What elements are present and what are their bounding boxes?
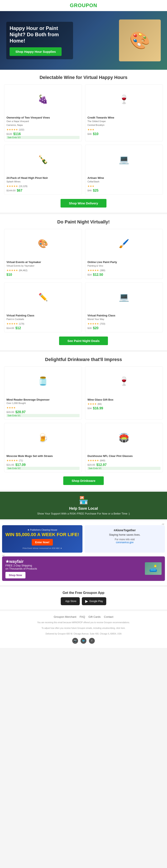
- wine-cta-button[interactable]: Shop Wine Delivery: [60, 199, 107, 208]
- product-loc-wine-1: Carneros, Napa: [6, 124, 80, 126]
- instagram-icon[interactable]: 📷: [72, 638, 78, 644]
- price-orig-drink-2: $34: [87, 407, 92, 410]
- product-image-drink-3: 🍺: [4, 423, 82, 452]
- stars-paint-3: ★★★★★: [6, 322, 18, 325]
- product-image-paint-2: 🖌️: [85, 229, 163, 258]
- price-sale-paint-3: $12: [15, 326, 21, 330]
- reviews-paint-4: (703): [100, 322, 105, 325]
- pch-enter-button[interactable]: Enter Now!: [32, 539, 53, 546]
- app-buttons: App Store ▶ Google Play: [4, 597, 163, 605]
- stars-wine-2: ★★★: [87, 128, 94, 131]
- product-card-drink-2[interactable]: 🍷 Wine Glass Gift Box ★★★★ (66) $34 $16.…: [85, 367, 163, 420]
- reviews-paint-3: (179): [19, 322, 24, 325]
- stars-wine-3: ★★★★★: [6, 185, 18, 188]
- product-image-paint-4: 💻: [85, 282, 163, 312]
- product-card-paint-2[interactable]: 🖌️ Online Live Paint Party Painting & Vi…: [85, 229, 163, 279]
- sale-badge-wine-1: Sale Ends 5/3: [6, 136, 80, 139]
- wayfair-line1: FREE 2-Day Shipping: [5, 564, 142, 567]
- product-name-wine-4: Artisan Wine: [87, 176, 161, 180]
- stars-drink-4: ★★★★★: [87, 459, 99, 462]
- product-name-paint-2: Online Live Paint Party: [87, 260, 161, 264]
- wine-section-title: Delectable Wine for Virtual Happy Hours: [4, 75, 163, 80]
- price-orig-drink-3: $21.95: [6, 463, 14, 466]
- facebook-icon[interactable]: f: [89, 638, 95, 644]
- product-name-paint-3: Virtual Painting Class: [6, 314, 80, 317]
- price-sale-wine-4: $25: [93, 189, 98, 192]
- wayfair-line2: on Thousands of Products: [5, 567, 142, 570]
- price-sale-paint-1: $10: [6, 273, 12, 277]
- product-sub-wine-1: Own a Napa Vineyard: [6, 120, 80, 123]
- ads-section: Ad ★ Publishers Clearing House WIN $5,00…: [0, 521, 167, 585]
- product-image-wine-1: 🍇: [4, 85, 82, 114]
- wayfair-image: 🛋️: [145, 562, 162, 575]
- alone-url[interactable]: coronavirus.gov: [88, 541, 162, 544]
- product-card-drink-4[interactable]: 🏟️ Duckhouse NFL Clear Pint Glasses ★★★★…: [85, 423, 163, 472]
- alone-sub: For more info visit: [88, 538, 162, 541]
- stars-wine-4: ★★★: [87, 185, 94, 188]
- price-sale-wine-2: $10: [93, 132, 98, 136]
- header: GROUPON: [0, 0, 167, 11]
- reviews-paint-2: (380): [100, 269, 105, 272]
- product-image-wine-2: 🍷: [85, 85, 163, 114]
- product-card-drink-1[interactable]: 🫙 Mind Reader Beverage Dispenser Over 1,…: [4, 367, 82, 420]
- wayfair-shop-button[interactable]: Shop Now: [5, 572, 26, 579]
- paint-section: Do Paint Night Virtually! 🎨 Virtual Even…: [0, 214, 167, 350]
- paint-cta-button[interactable]: See Paint Night Deals: [59, 337, 108, 345]
- product-name-paint-1: Virtual Events at Yaymaker: [6, 260, 80, 264]
- help-save-subtitle: Show Your Support With a RISK-FREE Purch…: [4, 512, 163, 515]
- product-sub-wine-3: Splash Wines: [6, 180, 80, 183]
- product-card-wine-2[interactable]: 🍷 Credit Towards Wine The Gilded Grape C…: [85, 84, 163, 141]
- product-image-drink-4: 🏟️: [85, 423, 163, 452]
- product-sub-paint-1: Virtual Events by Yaymaker: [6, 265, 80, 267]
- app-store-button[interactable]: App Store: [61, 597, 80, 605]
- product-name-drink-4: Duckhouse NFL Clear Pint Glasses: [87, 455, 161, 458]
- hero-banner: Happy Hour or Paint Night? Do Both from …: [0, 11, 167, 70]
- product-card-wine-4[interactable]: 💻 Artisan Wine CellarStash ★★★ $46 $25: [85, 145, 163, 195]
- product-card-paint-1[interactable]: 🎨 Virtual Events at Yaymaker Virtual Eve…: [4, 229, 82, 279]
- price-orig-paint-2: $14: [87, 273, 92, 276]
- wine-section: Delectable Wine for Virtual Happy Hours …: [0, 70, 167, 213]
- product-name-drink-2: Wine Glass Gift Box: [87, 398, 161, 402]
- product-sub-paint-2: Painting & Vino: [87, 265, 161, 267]
- ad-label-top: Ad: [2, 523, 165, 525]
- stars-paint-2: ★★★★★: [87, 269, 99, 272]
- product-loc-wine-2: Central Brooklyn: [87, 124, 161, 126]
- app-store-label: App Store: [65, 600, 76, 603]
- product-card-paint-3[interactable]: ✏️ Virtual Painting Class Paint in Cockt…: [4, 282, 82, 332]
- footer-link-contact[interactable]: Contact: [104, 615, 113, 618]
- ad-grid: ★ Publishers Clearing House WIN $5,000.0…: [2, 525, 165, 552]
- footer-link-faq[interactable]: FAQ: [80, 615, 85, 618]
- product-card-drink-3[interactable]: 🍺 Moscow Mule Mugs Set with Straws ★★★★★…: [4, 423, 82, 472]
- google-play-button[interactable]: ▶ Google Play: [82, 597, 106, 605]
- wine-product-grid: 🍇 Ownership of Two Vineyard Vines Own a …: [4, 84, 163, 195]
- product-name-drink-3: Moscow Mule Mugs Set with Straws: [6, 455, 80, 458]
- product-card-wine-1[interactable]: 🍇 Ownership of Two Vineyard Vines Own a …: [4, 84, 82, 141]
- product-sub-paint-4: Monet Your Way: [87, 318, 161, 320]
- product-sub-paint-3: Paint in Cocktails: [6, 318, 80, 320]
- stars-drink-1: ★★★★: [6, 406, 16, 409]
- footer-fine-print-1: You are receiving this email because kMI…: [4, 621, 163, 624]
- price-sale-paint-4: $20: [93, 326, 98, 330]
- wayfair-ad[interactable]: ★wayfair FREE 2-Day Shipping on Thousand…: [2, 556, 165, 581]
- sale-badge-drink-3: Sale Ends 5/2: [6, 467, 80, 470]
- product-name-drink-1: Mind Reader Beverage Dispenser: [6, 398, 80, 402]
- hero-cta-button[interactable]: Shop Happy Hour Supplies: [10, 47, 61, 56]
- product-card-paint-4[interactable]: 💻 Virtual Painting Class Monet Your Way …: [85, 282, 163, 332]
- product-sub-drink-1: Over 1,000 Bought: [6, 402, 80, 404]
- reviews-drink-3: (71): [19, 459, 23, 462]
- twitter-icon[interactable]: 🐦: [81, 638, 86, 644]
- drinkware-cta-button[interactable]: Shop Drinkware: [63, 476, 104, 485]
- footer-link-gift-cards[interactable]: Gift Cards: [88, 615, 101, 618]
- reviews-wine-3: (19,129): [19, 185, 27, 187]
- price-sale-wine-1: $116: [13, 132, 21, 136]
- price-orig-wine-3: $144.00: [6, 189, 15, 192]
- google-play-icon: ▶: [85, 599, 88, 603]
- reviews-wine-1: (102): [19, 128, 24, 131]
- footer: Groupon Merchant FAQ Gift Cards Contact …: [0, 611, 167, 648]
- product-card-wine-3[interactable]: 🍾 24-Pack of Head High Pinot Noir Splash…: [4, 145, 82, 195]
- price-sale-wine-3: $67: [17, 189, 22, 192]
- paint-section-title: Do Paint Night Virtually!: [4, 219, 163, 225]
- pch-ad[interactable]: ★ Publishers Clearing House WIN $5,000.0…: [2, 525, 82, 552]
- product-image-wine-4: 💻: [85, 145, 163, 174]
- footer-link-merchant[interactable]: Groupon Merchant: [54, 615, 76, 618]
